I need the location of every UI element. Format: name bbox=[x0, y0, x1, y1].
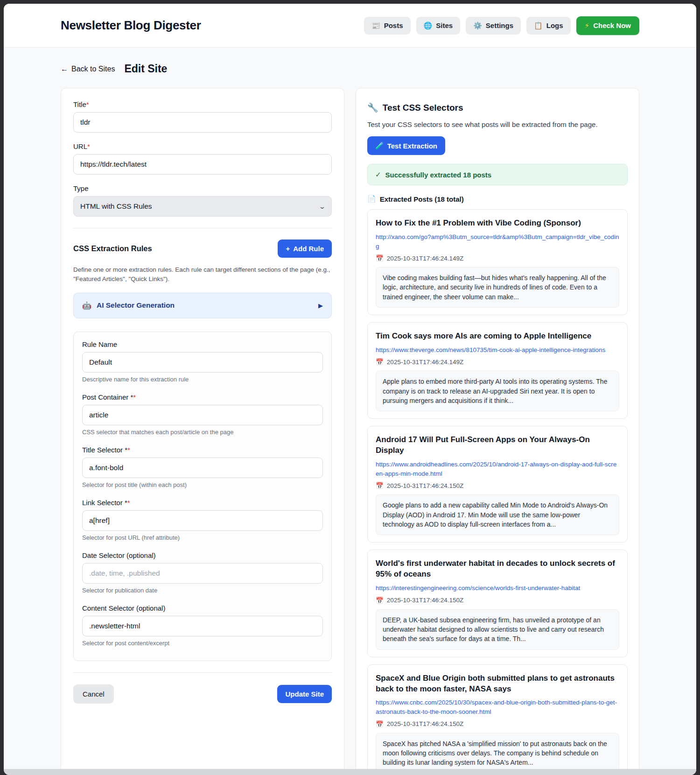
title-selector-input[interactable] bbox=[82, 458, 323, 478]
calendar-icon: 📅 bbox=[376, 597, 384, 604]
check-now-button[interactable]: ⚡ Check Now bbox=[576, 16, 639, 35]
title-input[interactable] bbox=[73, 112, 332, 133]
url-label: URL* bbox=[73, 142, 332, 150]
nav-group: 📰 Posts 🌐 Sites ⚙️ Settings 📋 Logs ⚡ bbox=[364, 16, 639, 35]
post-title: SpaceX and Blue Origin both submitted pl… bbox=[376, 673, 619, 695]
app-title: Newsletter Blog Digester bbox=[61, 18, 201, 33]
extraction-success-banner: ✓ Successfully extracted 18 posts bbox=[367, 164, 628, 185]
actions-divider bbox=[73, 672, 332, 673]
rule-name-input[interactable] bbox=[82, 352, 323, 373]
back-to-sites-link[interactable]: ← Back to Sites bbox=[61, 65, 115, 73]
title-field-group: Title* bbox=[73, 100, 332, 133]
extracted-posts-heading: 📄 Extracted Posts (18 total) bbox=[367, 195, 628, 203]
type-select[interactable]: HTML with CSS Rules ⌄ bbox=[73, 196, 332, 217]
cancel-button[interactable]: Cancel bbox=[73, 684, 114, 704]
post-excerpt: SpaceX has pitched NASA a 'simplified mi… bbox=[376, 733, 619, 774]
post-container-input[interactable] bbox=[82, 405, 323, 425]
rule-name-helper: Descriptive name for this extraction rul… bbox=[82, 376, 323, 383]
post-container-helper: CSS selector that matches each post/arti… bbox=[82, 429, 323, 436]
post-excerpt: DEEP, a UK-based subsea engineering firm… bbox=[376, 609, 619, 650]
post-title: How to Fix the #1 Problem with Vibe Codi… bbox=[376, 218, 619, 229]
extraction-rule-card: Rule Name Descriptive name for this extr… bbox=[73, 331, 332, 661]
extracted-posts-list: How to Fix the #1 Problem with Vibe Codi… bbox=[367, 209, 628, 775]
date-selector-label: Date Selector (optional) bbox=[82, 551, 323, 559]
chevron-down-icon: ⌄ bbox=[319, 203, 326, 210]
title-selector-label: Title Selector ** bbox=[82, 446, 323, 454]
post-card: World's first underwater habitat in deca… bbox=[367, 550, 628, 657]
post-excerpt: Vibe coding makes building fast—but hide… bbox=[376, 267, 619, 308]
test-tube-icon: 🧪 bbox=[375, 141, 384, 150]
link-selector-helper: Selector for post URL (href attribute) bbox=[82, 534, 323, 541]
nav-sites-button[interactable]: 🌐 Sites bbox=[416, 17, 461, 35]
post-card: How to Fix the #1 Problem with Vibe Codi… bbox=[367, 209, 628, 315]
caret-right-icon: ▶ bbox=[318, 302, 323, 309]
post-card: Tim Cook says more AIs are coming to App… bbox=[367, 322, 628, 419]
lightning-icon: ⚡ bbox=[585, 21, 590, 30]
post-date: 📅2025-10-31T17:46:24.150Z bbox=[376, 597, 619, 604]
url-input[interactable] bbox=[73, 154, 332, 175]
ai-selector-generation-toggle[interactable]: 🤖 AI Selector Generation ▶ bbox=[73, 293, 332, 318]
post-url-link[interactable]: https://www.theverge.com/news/810735/tim… bbox=[376, 345, 619, 355]
plus-icon: + bbox=[286, 245, 290, 253]
wrench-icon: 🔧 bbox=[367, 102, 378, 113]
test-extraction-button[interactable]: 🧪 Test Extraction bbox=[367, 136, 445, 155]
title-selector-helper: Selector for post title (within each pos… bbox=[82, 481, 323, 488]
page-title: Edit Site bbox=[124, 63, 167, 75]
post-container-label: Post Container ** bbox=[82, 393, 323, 401]
post-excerpt: Apple plans to embed more third-party AI… bbox=[376, 371, 619, 411]
calendar-icon: 📅 bbox=[376, 254, 384, 262]
calendar-icon: 📅 bbox=[376, 358, 384, 366]
page-icon: 📄 bbox=[367, 195, 376, 203]
post-title: Android 17 Will Put Full-Screen Apps on … bbox=[376, 435, 619, 456]
title-selector-group: Title Selector ** Selector for post titl… bbox=[82, 446, 323, 488]
link-selector-label: Link Selector ** bbox=[82, 499, 323, 507]
url-field-group: URL* bbox=[73, 142, 332, 175]
post-card: Android 17 Will Put Full-Screen Apps on … bbox=[367, 426, 628, 542]
post-date: 📅2025-10-31T17:46:24.149Z bbox=[376, 358, 619, 366]
link-selector-input[interactable] bbox=[82, 510, 323, 531]
rules-description: Define one or more extraction rules. Eac… bbox=[73, 265, 332, 284]
post-url-link[interactable]: https://interestingengineering.com/scien… bbox=[376, 584, 619, 593]
post-url-link[interactable]: http://xano.com/go?amp%3Butm_source=tldr… bbox=[376, 232, 619, 251]
calendar-icon: 📅 bbox=[376, 482, 384, 489]
breadcrumb: ← Back to Sites Edit Site bbox=[61, 63, 639, 75]
robot-icon: 🤖 bbox=[82, 301, 91, 310]
post-date: 📅2025-10-31T17:46:24.150Z bbox=[376, 720, 619, 728]
date-selector-group: Date Selector (optional) Selector for pu… bbox=[82, 551, 323, 594]
add-rule-button[interactable]: + Add Rule bbox=[278, 240, 332, 258]
post-title: Tim Cook says more AIs are coming to App… bbox=[376, 331, 619, 342]
rule-name-group: Rule Name Descriptive name for this extr… bbox=[82, 340, 323, 383]
back-arrow-icon: ← bbox=[61, 65, 68, 73]
post-url-link[interactable]: https://www.androidheadlines.com/2025/10… bbox=[376, 460, 619, 478]
nav-posts-button[interactable]: 📰 Posts bbox=[364, 17, 411, 35]
post-card: SpaceX and Blue Origin both submitted pl… bbox=[367, 664, 628, 775]
calendar-icon: 📅 bbox=[376, 720, 384, 728]
content-selector-helper: Selector for post content/excerpt bbox=[82, 640, 323, 647]
content-selector-group: Content Selector (optional) Selector for… bbox=[82, 604, 323, 647]
app-header: Newsletter Blog Digester 📰 Posts 🌐 Sites… bbox=[4, 4, 696, 48]
check-icon: ✓ bbox=[375, 170, 381, 179]
clipboard-icon: 📋 bbox=[534, 21, 543, 30]
test-selectors-description: Test your CSS selectors to see what post… bbox=[367, 120, 628, 128]
test-selectors-heading: 🔧 Test CSS Selectors bbox=[367, 102, 628, 113]
content-selector-input[interactable] bbox=[82, 616, 323, 636]
app-window: Newsletter Blog Digester 📰 Posts 🌐 Sites… bbox=[4, 4, 696, 775]
date-selector-input[interactable] bbox=[82, 563, 323, 584]
edit-site-form: Title* URL* Type HTML with CSS Rules ⌄ bbox=[61, 88, 344, 775]
post-url-link[interactable]: https://www.cnbc.com/2025/10/30/spacex-a… bbox=[376, 698, 619, 716]
post-container-group: Post Container ** CSS selector that matc… bbox=[82, 393, 323, 436]
content-selector-label: Content Selector (optional) bbox=[82, 604, 323, 612]
post-title: World's first underwater habitat in deca… bbox=[376, 558, 619, 580]
type-label: Type bbox=[73, 184, 332, 192]
posts-icon: 📰 bbox=[371, 21, 380, 30]
test-selectors-panel: 🔧 Test CSS Selectors Test your CSS selec… bbox=[356, 88, 639, 775]
section-divider bbox=[73, 228, 332, 228]
nav-settings-button[interactable]: ⚙️ Settings bbox=[466, 17, 521, 35]
post-date: 📅2025-10-31T17:46:24.150Z bbox=[376, 482, 619, 489]
date-selector-helper: Selector for publication date bbox=[82, 587, 323, 594]
link-selector-group: Link Selector ** Selector for post URL (… bbox=[82, 499, 323, 541]
title-label: Title* bbox=[73, 100, 332, 108]
sites-globe-icon: 🌐 bbox=[424, 21, 433, 30]
update-site-button[interactable]: Update Site bbox=[277, 685, 332, 703]
nav-logs-button[interactable]: 📋 Logs bbox=[526, 17, 571, 35]
